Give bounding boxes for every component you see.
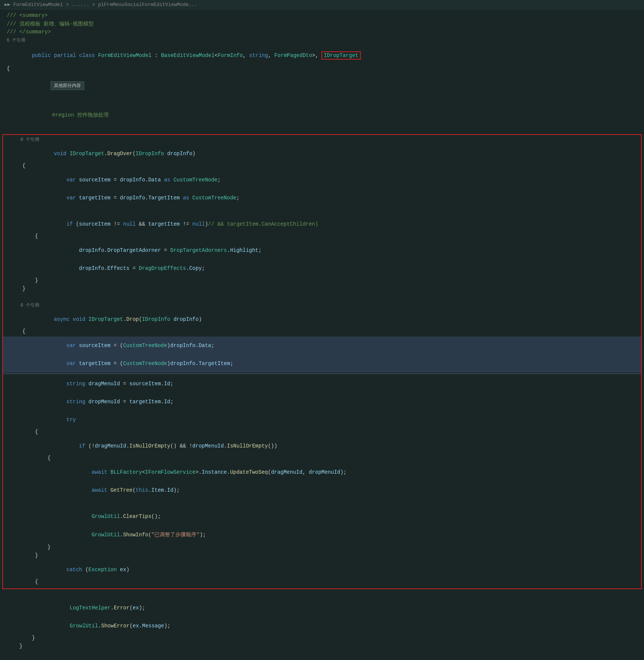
line-if-open: { (3, 233, 641, 241)
line-logtext-error: LogTextHelper.Error(ex); (0, 599, 644, 617)
line-class-decl: public partial class FormEditViewModel :… (0, 45, 644, 66)
line-dropmenuid: string dropMenuId = targetItem.Id; (3, 393, 641, 411)
line-blank-4 (3, 294, 641, 302)
breadcrumb: ▶▶ FormEditViewModel > ...... > plFrmMen… (0, 0, 644, 9)
line-growl-showerror: GrowlUtil.ShowError(ex.Message); (0, 617, 644, 635)
line-ref-count: 6 个引用 (0, 37, 644, 45)
line-catch-close: } (0, 635, 644, 643)
line-blank-3 (3, 207, 641, 215)
line-catch-open: { (3, 579, 641, 587)
line-if2-open: { (3, 455, 641, 463)
line-sourceitem-cast: var sourceItem = (CustomTreeNode)dropInf… (3, 337, 641, 355)
line-targetitem-cast: var targetItem = (CustomTreeNode)dropInf… (3, 355, 641, 373)
line-blank-5 (3, 499, 641, 507)
line-await-updatetwoseq: await BLLFactory<IFormFlowService>.Insta… (3, 463, 641, 481)
drag-over-region: 0 个引用 void IDropTarget.DragOver(IDropInf… (2, 134, 642, 589)
line-sourceitem-1: var sourceItem = dropInfo.Data as Custom… (3, 171, 641, 189)
line-dragdrop-effects: dropInfo.Effects = DragDropEffects.Copy; (3, 259, 641, 277)
line-dragmenuid: string dragMenuId = sourceItem.Id; (3, 375, 641, 393)
line-blank-1 (0, 97, 644, 106)
idrop-target-highlight: IDropTarget (321, 51, 360, 60)
line-region: #region 控件拖放处理 (0, 106, 644, 124)
other-content-button[interactable]: 其他部分内容 (51, 81, 84, 90)
line-comment-2: /// 流程模板 新增、编辑-视图模型 (0, 21, 644, 29)
line-comment-1: /// <summary> (0, 12, 644, 21)
code-separator (3, 373, 641, 374)
line-open-brace: { (0, 66, 644, 74)
line-dragover-open: { (3, 163, 641, 171)
line-drop-decl: async void IDropTarget.Drop(IDropInfo dr… (3, 310, 641, 328)
line-comment-3: /// </summary> (0, 29, 644, 37)
line-if-null-check: if (!dragMenuId.IsNullOrEmpty() && !drop… (3, 437, 641, 455)
line-drop-open: { (3, 328, 641, 337)
line-catch: catch (Exception ex) (3, 561, 641, 579)
line-try-close: } (3, 552, 641, 561)
editor-container: ▶▶ FormEditViewModel > ...... > plFrmMen… (0, 0, 644, 660)
line-if-check: if (sourceItem != null && targetItem != … (3, 215, 641, 233)
line-ref-0-1: 0 个引用 (3, 136, 641, 145)
line-await-gettree: await GetTree(this.Item.Id); (3, 481, 641, 499)
line-growl-showinfo: GrowlUtil.ShowInfo("已调整了步骤顺序"); (3, 525, 641, 544)
line-other-content[interactable]: 其他部分内容 (0, 74, 644, 97)
line-dragover-close: } (3, 286, 641, 294)
line-blank-2 (0, 124, 644, 133)
line-dragover-decl: void IDropTarget.DragOver(IDropInfo drop… (3, 145, 641, 163)
line-blank-6 (0, 591, 644, 599)
line-droptarget-adorner: dropInfo.DropTargetAdorner = DropTargetA… (3, 241, 641, 259)
line-targetitem-1: var targetItem = dropInfo.TargetItem as … (3, 189, 641, 207)
line-ref-0-2: 0 个引用 (3, 302, 641, 310)
line-growl-cleartips: GrowlUtil.ClearTips(); (3, 507, 641, 525)
line-drop-close: } (0, 643, 644, 651)
line-if-close: } (3, 277, 641, 286)
line-try: try (3, 411, 641, 429)
line-try-open: { (3, 429, 641, 437)
code-area: /// <summary> /// 流程模板 新增、编辑-视图模型 /// </… (0, 9, 644, 654)
line-if2-close: } (3, 544, 641, 552)
